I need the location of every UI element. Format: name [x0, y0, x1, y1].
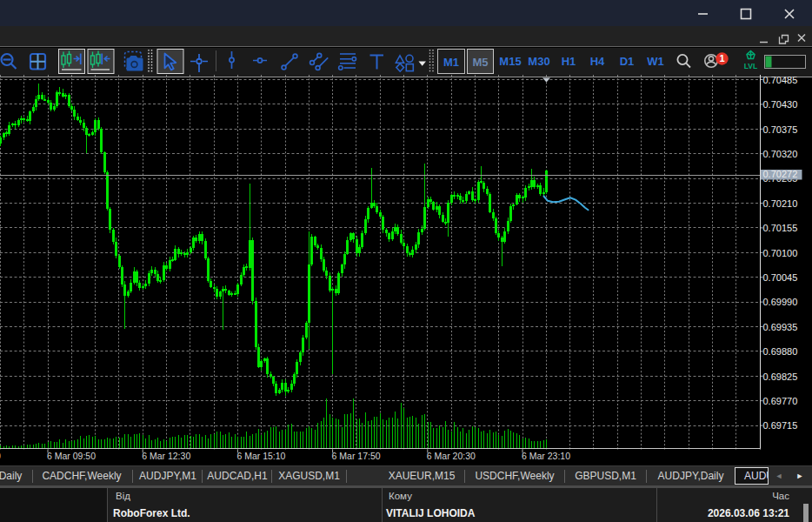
svg-text:0.70430: 0.70430 — [763, 99, 798, 110]
svg-text:0.69770: 0.69770 — [763, 396, 798, 406]
svg-text:0.70272: 0.70272 — [763, 169, 798, 179]
svg-text:0.70100: 0.70100 — [763, 248, 798, 258]
svg-text:6 Mar 15:10: 6 Mar 15:10 — [236, 451, 285, 461]
svg-text:0.69880: 0.69880 — [763, 346, 798, 357]
svg-text:0.70375: 0.70375 — [763, 124, 798, 135]
svg-text:0.69715: 0.69715 — [763, 420, 798, 431]
svg-text:0.70155: 0.70155 — [763, 223, 798, 233]
svg-text:0.70485: 0.70485 — [763, 75, 798, 85]
svg-text:6 Mar 20:30: 6 Mar 20:30 — [427, 451, 476, 461]
svg-text:0.69935: 0.69935 — [763, 322, 798, 332]
svg-text:0.70045: 0.70045 — [763, 272, 798, 283]
svg-text:6 Mar 09:50: 6 Mar 09:50 — [47, 451, 96, 461]
svg-text:0.69990: 0.69990 — [763, 297, 798, 307]
svg-text:6 Mar 23:10: 6 Mar 23:10 — [522, 451, 570, 461]
svg-text:LVL: LVL — [744, 62, 757, 70]
svg-text:1: 1 — [719, 53, 724, 64]
svg-text:6 Mar 07:10: 6 Mar 07:10 — [0, 451, 1, 461]
svg-text:0.70210: 0.70210 — [763, 198, 798, 209]
svg-text:6 Mar 17:50: 6 Mar 17:50 — [332, 451, 381, 461]
svg-text:6 Mar 12:30: 6 Mar 12:30 — [142, 451, 190, 461]
svg-text:0.70320: 0.70320 — [763, 149, 798, 159]
svg-text:0.69825: 0.69825 — [763, 371, 798, 382]
